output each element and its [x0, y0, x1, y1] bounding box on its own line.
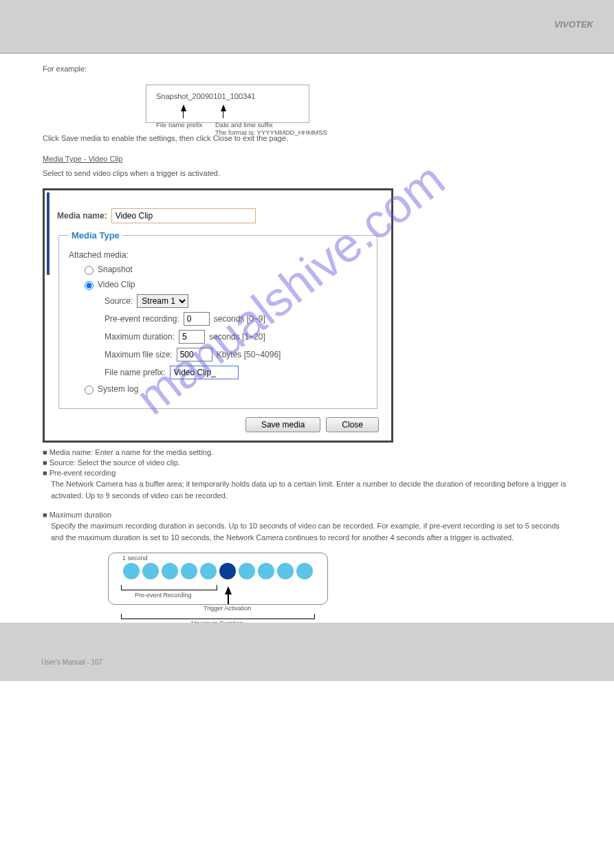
radio-snapshot[interactable]	[85, 266, 94, 275]
arrow-up-icon	[221, 104, 226, 111]
timeline-dots	[117, 563, 319, 579]
radio-systemlog-label: System log	[98, 384, 138, 394]
bullet-pre-event: ■ Pre-event recording	[43, 469, 571, 477]
timeline-dot	[162, 563, 178, 579]
timeline-diagram: 1 second Trigger Activation Pre	[108, 553, 328, 605]
media-type-legend: Media Type	[69, 230, 122, 241]
pre-event-suffix: seconds [0~9]	[214, 314, 265, 324]
media-type-videoclip-heading: Media Type - Video Clip	[43, 153, 571, 165]
timeline-dot	[277, 563, 294, 579]
max-duration-suffix: seconds [1~20]	[209, 332, 265, 342]
timeline-dot	[258, 563, 274, 579]
filename-example-box: Snapshot_20090101_100341 File name prefi…	[146, 85, 309, 123]
description-list-2: ■ Maximum duration	[43, 511, 571, 519]
media-name-label: Media name:	[57, 211, 107, 221]
radio-systemlog-row[interactable]: System log	[81, 383, 367, 394]
footer-page-number: User's Manual - 107	[41, 658, 102, 666]
example-label: For example:	[43, 63, 571, 75]
filename-datetime-label: Date and time suffix The format is: YYYY…	[215, 121, 327, 137]
pre-event-description: The Network Camera has a buffer area; it…	[51, 478, 571, 501]
radio-snapshot-row[interactable]: Snapshot	[81, 264, 367, 275]
close-button[interactable]: Close	[326, 417, 379, 432]
timeline-dot	[123, 563, 140, 579]
max-duration-input[interactable]	[179, 330, 205, 344]
videoclip-options: Source: Stream 1 Pre-event recording: se…	[105, 294, 367, 379]
timeline-dot	[142, 563, 159, 579]
radio-videoclip-label: Video Clip	[98, 280, 135, 289]
media-settings-dialog: Media name: Media Type Attached media: S…	[43, 188, 393, 443]
timeline-dot	[200, 563, 217, 579]
radio-videoclip[interactable]	[85, 281, 94, 290]
media-type-fieldset: Media Type Attached media: Snapshot Vide…	[58, 230, 377, 409]
pre-event-bracket	[121, 585, 217, 590]
timeline-dot	[181, 563, 197, 579]
timeline-trigger-dot	[219, 563, 236, 579]
bullet-media-name: ■ Media name: Enter a name for the media…	[43, 448, 571, 456]
save-media-button[interactable]: Save media	[245, 417, 320, 432]
filename-prefix-label: File name prefix:	[105, 368, 166, 377]
attached-media-label: Attached media:	[69, 250, 367, 260]
bullet-max-duration: ■ Maximum duration	[43, 511, 571, 519]
pre-event-bracket-label: Pre-event Recording	[135, 592, 192, 599]
trigger-activation-label: Trigger Activation	[204, 605, 251, 612]
radio-systemlog[interactable]	[85, 386, 94, 394]
filename-prefix-input[interactable]	[170, 366, 239, 379]
max-duration-label: Maximum duration:	[105, 332, 175, 342]
arrow-up-icon	[225, 586, 232, 604]
arrow-up-icon	[181, 104, 186, 111]
source-select[interactable]: Stream 1	[137, 294, 188, 308]
max-filesize-input[interactable]	[177, 348, 212, 361]
bullet-source: ■ Source: Select the source of video cli…	[43, 458, 571, 467]
pre-event-input[interactable]	[184, 312, 210, 326]
max-duration-bracket	[121, 614, 315, 619]
arrow-stem	[183, 110, 184, 118]
videoclip-intro: Select to send video clips when a trigge…	[43, 168, 571, 179]
arrow-stem	[223, 110, 223, 118]
footer-bar: User's Manual - 107	[0, 623, 614, 681]
max-filesize-suffix: Kbytes [50~4096]	[217, 350, 281, 359]
filename-prefix-label: File name prefix	[156, 121, 203, 129]
header-bar: VIVOTEK	[0, 0, 614, 54]
header-brand: VIVOTEK	[554, 19, 593, 30]
timeline-1sec-label: 1 second	[122, 555, 148, 561]
max-filesize-label: Maximum file size:	[105, 350, 173, 359]
pre-event-label: Pre-event recording:	[105, 314, 179, 324]
radio-snapshot-label: Snapshot	[98, 265, 133, 274]
source-label: Source:	[105, 296, 133, 306]
dialog-blue-edge	[47, 192, 50, 275]
radio-videoclip-row[interactable]: Video Clip	[81, 279, 367, 290]
media-name-input[interactable]	[111, 208, 256, 223]
timeline-dot	[239, 563, 255, 579]
description-list: ■ Media name: Enter a name for the media…	[43, 448, 571, 477]
filename-example-text: Snapshot_20090101_100341	[156, 92, 299, 100]
max-duration-description: Specify the maximum recording duration i…	[51, 520, 571, 543]
timeline-dot	[296, 563, 313, 579]
